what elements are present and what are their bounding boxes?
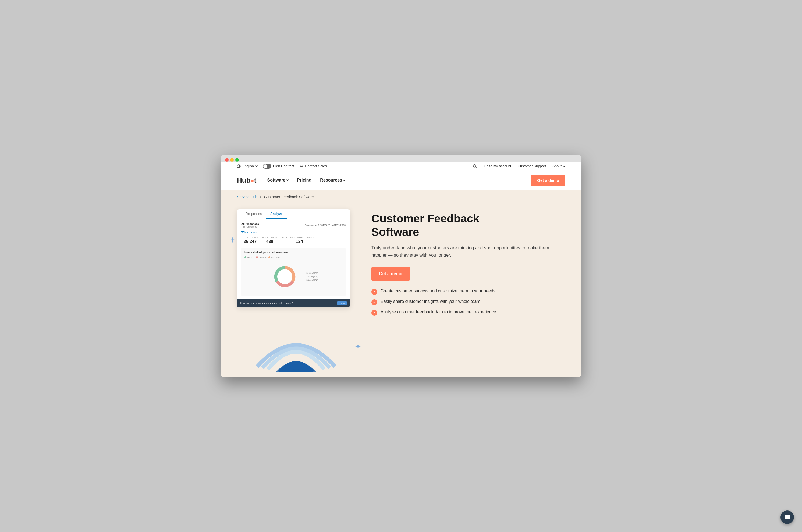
svg-line-5 (476, 167, 477, 168)
language-selector[interactable]: English (237, 164, 257, 168)
chart-legend: Happy Neutral Unhappy (245, 256, 342, 259)
utility-bar: English High Contrast Contact Sales (221, 162, 581, 171)
total-views-stat: TOTAL VIEWS 26,247 (242, 236, 258, 244)
donut-labels: 31.8% (139) 33.8% (148) 34.4% (150) (306, 272, 318, 281)
chart-area: How satisfied your customers are Happy N… (241, 248, 346, 296)
hero-title-line1: Customer Feedback (371, 212, 479, 225)
resources-chevron-icon (343, 178, 346, 181)
browser-content: English High Contrast Contact Sales (221, 162, 581, 377)
star-decoration-left (229, 236, 236, 245)
card-tabs: Responses Analyze (237, 209, 350, 219)
card-filters: All responses 438 responses Date range: … (241, 223, 346, 228)
more-filters-button[interactable]: More filters (241, 231, 346, 233)
feature-item-1: Create customer surveys and customize th… (371, 289, 565, 295)
hero-left: Responses Analyze All responses 438 resp… (237, 209, 355, 366)
check-icon-2 (371, 299, 377, 305)
check-icon-3 (371, 310, 377, 316)
help-button[interactable]: Help (337, 301, 347, 305)
responses-tab[interactable]: Responses (241, 209, 266, 219)
donut-chart (269, 261, 301, 293)
minimize-button[interactable] (230, 158, 234, 162)
person-icon (300, 164, 303, 168)
globe-icon (237, 164, 241, 168)
dashboard-card: Responses Analyze All responses 438 resp… (237, 209, 350, 307)
legend-neutral: Neutral (256, 256, 266, 259)
feature-item-2: Easily share customer insights with your… (371, 299, 565, 305)
customer-support-link[interactable]: Customer Support (518, 164, 546, 168)
svg-point-9 (277, 269, 292, 284)
software-nav-item[interactable]: Software (267, 178, 289, 183)
breadcrumb-service-hub[interactable]: Service Hub (237, 195, 257, 199)
star-decoration-right (355, 344, 361, 350)
svg-rect-7 (242, 232, 243, 233)
feature-item-3: Analyze customer feedback data to improv… (371, 309, 565, 316)
high-contrast-label: High Contrast (273, 164, 294, 168)
high-contrast-toggle[interactable]: High Contrast (263, 164, 294, 169)
browser-chrome (221, 155, 581, 162)
hero-description: Truly understand what your customers are… (371, 244, 565, 259)
footer-question: How was your reporting experience with s… (240, 302, 293, 304)
feature-text-1: Create customer surveys and customize th… (381, 289, 495, 293)
chat-icon (784, 514, 790, 520)
software-label: Software (267, 178, 286, 183)
contact-sales-link[interactable]: Contact Sales (300, 164, 327, 168)
about-label: About (552, 164, 561, 168)
pricing-label: Pricing (297, 178, 311, 183)
hero-section: Responses Analyze All responses 438 resp… (221, 204, 581, 377)
resources-nav-item[interactable]: Resources (320, 178, 345, 183)
neutral-pct-label: 33.8% (148) (306, 276, 318, 278)
pricing-nav-item[interactable]: Pricing (297, 178, 311, 183)
card-body: All responses 438 responses Date range: … (237, 219, 350, 307)
main-nav: Hub●t Software Pricing Resources (221, 171, 581, 190)
close-button[interactable] (225, 158, 229, 162)
chat-button[interactable] (781, 511, 794, 524)
nav-links: Software Pricing Resources (267, 178, 345, 183)
check-icon-1 (371, 289, 377, 295)
responded-comments-stat: RESPONDED WITH COMMENTS 124 (281, 236, 317, 244)
about-chevron-icon (563, 164, 566, 167)
toggle-switch-icon[interactable] (263, 164, 271, 169)
responded-stat: RESPONDED 438 (262, 236, 277, 244)
about-menu[interactable]: About (552, 164, 565, 168)
svg-point-4 (473, 164, 476, 167)
traffic-lights (225, 158, 239, 162)
breadcrumb-separator: > (260, 195, 262, 199)
language-chevron-icon (255, 164, 257, 167)
unhappy-pct-label: 34.4% (150) (306, 279, 318, 281)
resources-label: Resources (320, 178, 342, 183)
get-demo-button-hero[interactable]: Get a demo (371, 267, 410, 281)
hubspot-logo[interactable]: Hub●t (237, 177, 256, 184)
analyze-tab[interactable]: Analyze (266, 209, 287, 219)
feature-text-3: Analyze customer feedback data to improv… (381, 309, 496, 315)
date-range[interactable]: Date range: 12/31/2023 to 01/31/2023 (305, 224, 346, 226)
breadcrumb: Service Hub > Customer Feedback Software (221, 190, 581, 204)
breadcrumb-current-page: Customer Feedback Software (264, 195, 313, 199)
donut-chart-container: 31.8% (139) 33.8% (148) 34.4% (150) (245, 261, 342, 293)
svg-point-3 (301, 165, 302, 166)
all-responses-label: All responses 438 responses (241, 223, 259, 228)
logo-text: Hub●t (237, 177, 256, 184)
browser-window: English High Contrast Contact Sales (221, 155, 581, 377)
chart-title: How satisfied your customers are (245, 251, 342, 254)
get-demo-button-nav[interactable]: Get a demo (531, 175, 565, 186)
rainbow-decoration (237, 318, 355, 366)
language-label: English (242, 164, 254, 168)
page-content: Service Hub > Customer Feedback Software (221, 190, 581, 377)
legend-unhappy: Unhappy (268, 256, 280, 259)
stats-row: TOTAL VIEWS 26,247 RESPONDED 438 RESPOND… (241, 236, 346, 244)
maximize-button[interactable] (235, 158, 239, 162)
rainbow-svg (249, 318, 343, 372)
hero-title: Customer Feedback Software (371, 212, 565, 239)
feature-text-2: Easily share customer insights with your… (381, 299, 480, 304)
legend-happy: Happy (245, 256, 253, 259)
utility-left: English High Contrast Contact Sales (237, 164, 327, 169)
software-chevron-icon (286, 178, 289, 181)
happy-pct-label: 31.8% (139) (306, 272, 318, 274)
utility-right: Go to my account Customer Support About (473, 164, 565, 169)
hero-right: Customer Feedback Software Truly underst… (371, 209, 565, 316)
svg-rect-6 (241, 231, 244, 232)
search-icon[interactable] (473, 164, 477, 169)
go-to-account-link[interactable]: Go to my account (484, 164, 511, 168)
nav-left: Hub●t Software Pricing Resources (237, 177, 345, 184)
contact-sales-label: Contact Sales (305, 164, 327, 168)
